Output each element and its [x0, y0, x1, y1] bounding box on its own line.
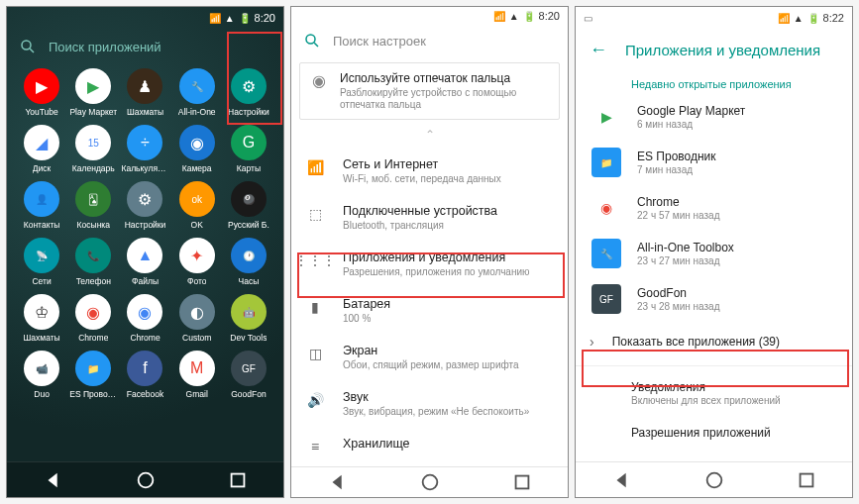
- settings-row-devices[interactable]: ⬚Подключенные устройстваBluetooth, транс…: [291, 194, 568, 241]
- app-диск[interactable]: ◢Диск: [17, 125, 66, 173]
- settings-row-storage[interactable]: ≡Хранилище: [291, 427, 568, 466]
- app-custom[interactable]: ◐Custom: [172, 294, 222, 343]
- nav-home[interactable]: [703, 469, 725, 491]
- app-icon: 🂡: [75, 181, 111, 217]
- app-настройки[interactable]: ⚙Настройки: [224, 68, 273, 117]
- app-icon: 🎱: [231, 181, 267, 217]
- app-all-in-one[interactable]: 🔧All-in-One: [172, 68, 222, 117]
- app-icon: 👤: [24, 181, 59, 217]
- app-карты[interactable]: GКарты: [224, 125, 273, 173]
- fingerprint-suggestion[interactable]: ◉ Используйте отпечаток пальца Разблокир…: [299, 62, 560, 120]
- recent-section-title: Недавно открытые приложения: [576, 70, 852, 94]
- nav-recents[interactable]: [227, 469, 249, 491]
- app-duo[interactable]: 📹Duo: [17, 351, 66, 399]
- signal-icon: 📶: [209, 13, 221, 24]
- app-настройки[interactable]: ⚙Настройки: [120, 181, 169, 230]
- app-facebook[interactable]: fFacebook: [120, 351, 169, 399]
- wifi-icon: ▲: [794, 13, 804, 24]
- search-icon: [19, 38, 37, 55]
- app-сети[interactable]: 📡Сети: [17, 238, 66, 286]
- nav-back[interactable]: [611, 469, 633, 491]
- settings-row-battery[interactable]: ▮Батарея100 %: [291, 287, 568, 334]
- clock: 8:20: [255, 12, 275, 24]
- app-icon: ♔: [24, 294, 59, 330]
- app-icon: ⚙: [231, 68, 267, 104]
- nav-back[interactable]: [327, 471, 349, 493]
- app-телефон[interactable]: 📞Телефон: [68, 238, 118, 286]
- settings-row-sound[interactable]: 🔊ЗвукЗвук, вибрация, режим «Не беспокоит…: [291, 380, 568, 427]
- search-apps[interactable]: Поиск приложений: [7, 29, 283, 64]
- app-русский-б.[interactable]: 🎱Русский Б.: [224, 181, 273, 230]
- app-icon: M: [179, 351, 215, 386]
- recent-app-goodfon[interactable]: GFGoodFon23 ч 28 мин назад: [576, 276, 852, 322]
- app-фото[interactable]: ✦Фото: [172, 238, 222, 286]
- app-label: Карты: [237, 163, 261, 173]
- permissions-row[interactable]: Разрешения приложений: [576, 416, 852, 450]
- svg-line-5: [314, 44, 318, 48]
- app-шахматы[interactable]: ♟Шахматы: [120, 68, 169, 117]
- app-label: Chrome: [130, 333, 160, 343]
- app-label: Часы: [239, 276, 260, 286]
- battery-icon: 🔋: [807, 13, 819, 24]
- recent-app-google-play-маркет[interactable]: ▶Google Play Маркет6 мин назад: [576, 94, 852, 140]
- app-youtube[interactable]: ▶YouTube: [17, 68, 66, 117]
- app-ok[interactable]: okOK: [172, 181, 222, 230]
- app-файлы[interactable]: ▲Файлы: [120, 238, 169, 286]
- app-icon: ▶: [24, 68, 59, 104]
- nav-home[interactable]: [135, 469, 157, 491]
- app-chrome[interactable]: ◉Chrome: [68, 294, 118, 343]
- app-dev-tools[interactable]: 🤖Dev Tools: [224, 294, 273, 343]
- app-камера[interactable]: ◉Камера: [172, 125, 222, 173]
- app-часы[interactable]: 🕐Часы: [224, 238, 273, 286]
- app-календарь[interactable]: 15Календарь: [68, 125, 118, 173]
- app-label: Шахматы: [127, 107, 163, 117]
- settings-row-wifi[interactable]: 📶Сеть и ИнтернетWi-Fi, моб. сети, переда…: [291, 148, 568, 194]
- svg-point-2: [138, 472, 153, 487]
- app-label: Chrome: [78, 333, 108, 343]
- app-label: Gmail: [186, 389, 208, 399]
- battery-icon: 🔋: [239, 13, 251, 24]
- app-icon: f: [127, 351, 162, 386]
- navbar: [576, 461, 852, 497]
- recent-app-es-проводник[interactable]: 📁ES Проводник7 мин назад: [576, 140, 852, 185]
- search-placeholder: Поиск приложений: [49, 40, 161, 54]
- card-icon: ▭: [584, 13, 592, 24]
- nav-home[interactable]: [419, 471, 441, 493]
- app-gmail[interactable]: MGmail: [172, 351, 222, 399]
- app-label: Диск: [33, 163, 51, 173]
- devices-icon: ⬚: [305, 204, 325, 224]
- app-label: Телефон: [76, 276, 111, 286]
- recent-app-all-in-one-toolbox[interactable]: 🔧All-in-One Toolbox23 ч 27 мин назад: [576, 231, 852, 276]
- settings-row-display[interactable]: ◫ЭкранОбои, спящий режим, размер шрифта: [291, 334, 568, 380]
- nav-recents[interactable]: [511, 471, 533, 493]
- signal-icon: 📶: [493, 11, 505, 22]
- app-калькулятор[interactable]: ÷Калькулятор: [120, 125, 169, 173]
- recent-app-chrome[interactable]: ◉Chrome22 ч 57 мин назад: [576, 185, 852, 231]
- app-icon: 📁: [591, 148, 621, 177]
- app-goodfon[interactable]: GFGoodFon: [224, 351, 273, 399]
- svg-line-1: [30, 49, 34, 52]
- app-es-проводн.[interactable]: 📁ES Проводн.: [68, 351, 118, 399]
- nav-back[interactable]: [43, 469, 64, 491]
- app-chrome[interactable]: ◉Chrome: [120, 294, 169, 343]
- nav-recents[interactable]: [796, 469, 817, 491]
- app-play-маркет[interactable]: ▶Play Маркет: [68, 68, 118, 117]
- navbar: [291, 466, 568, 497]
- search-settings[interactable]: Поиск настроек: [291, 26, 568, 56]
- app-label: Русский Б.: [228, 220, 269, 230]
- app-icon: ◢: [24, 125, 59, 160]
- settings-row-apps[interactable]: ⋮⋮⋮Приложения и уведомленияРазрешения, п…: [291, 241, 568, 287]
- app-косынка[interactable]: 🂡Косынка: [68, 181, 118, 230]
- app-label: Камера: [182, 163, 212, 173]
- app-icon: ◉: [591, 193, 621, 223]
- back-button[interactable]: ←: [590, 40, 607, 60]
- app-label: Калькулятор: [121, 163, 168, 173]
- app-шахматы[interactable]: ♔Шахматы: [17, 294, 66, 343]
- show-all-apps[interactable]: › Показать все приложения (39): [576, 322, 852, 361]
- notifications-row[interactable]: Уведомления Включены для всех приложений: [576, 370, 852, 416]
- navbar: [7, 461, 283, 497]
- app-icon: ▲: [127, 238, 162, 273]
- app-label: Настройки: [125, 220, 166, 230]
- collapse-icon[interactable]: ⌃: [291, 128, 568, 142]
- app-контакты[interactable]: 👤Контакты: [17, 181, 66, 230]
